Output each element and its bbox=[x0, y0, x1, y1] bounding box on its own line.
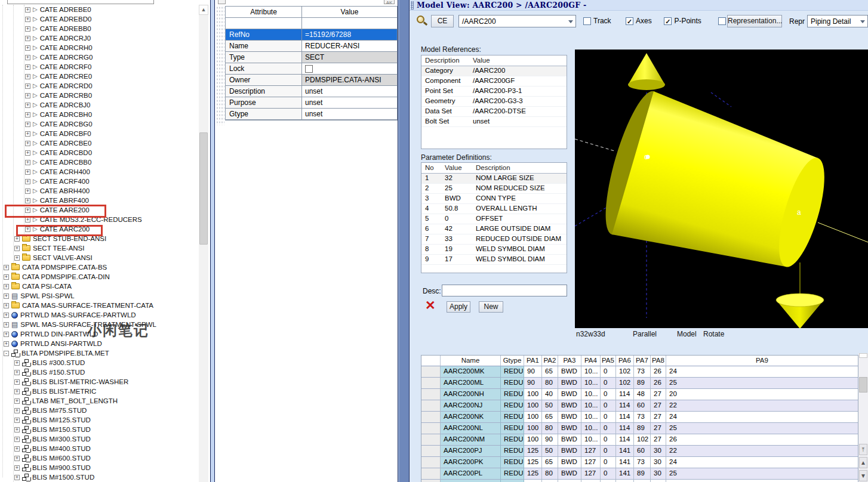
tree-item[interactable]: + ▷ CATE ACRF400 bbox=[0, 177, 197, 186]
expand-toggle[interactable]: + bbox=[25, 93, 30, 98]
tree-item[interactable]: + BLIS BLIST-METRIC-WASHER bbox=[0, 377, 197, 387]
grid-row[interactable]: AARC200PMREDU12590BWD12701411023026 bbox=[421, 480, 858, 482]
grid-column-header[interactable]: PA2 bbox=[542, 356, 558, 366]
grid-column-header[interactable]: PA4 bbox=[581, 356, 601, 366]
tree-item[interactable]: + BLIS #150.STUD bbox=[0, 367, 197, 377]
expand-toggle[interactable]: + bbox=[14, 437, 20, 442]
expand-toggle[interactable]: + bbox=[4, 341, 9, 347]
attribute-row[interactable]: Purpose unset bbox=[226, 97, 397, 109]
tree-item[interactable]: + ▷ CATE ADRCBJ0 bbox=[0, 100, 197, 110]
element-combo[interactable]: /AARC200 bbox=[458, 15, 576, 27]
new-button[interactable]: New bbox=[479, 301, 503, 313]
expand-toggle[interactable]: + bbox=[25, 122, 30, 127]
expand-toggle[interactable]: + bbox=[4, 303, 9, 308]
tree-item[interactable]: + PRTWLD MAS-SURFACE-PARTWLD bbox=[0, 310, 197, 320]
attribute-row[interactable]: Gtype unset bbox=[226, 109, 397, 120]
table-row[interactable]: 4 50.8 OVERALL LENGTH bbox=[421, 204, 567, 214]
grid-row[interactable]: AARC200PKREDU12565BWD1270141733024 bbox=[421, 457, 858, 468]
expand-toggle[interactable]: + bbox=[25, 55, 30, 60]
expand-toggle[interactable]: + bbox=[4, 284, 9, 289]
tree-item[interactable]: + BLIS M#400.STUD bbox=[0, 444, 197, 453]
column-header[interactable]: Description bbox=[472, 163, 567, 173]
table-row[interactable]: 7 33 REDUCED OUTSIDE DIAM bbox=[421, 234, 567, 245]
find-element-icon[interactable] bbox=[417, 16, 424, 23]
expand-toggle[interactable]: + bbox=[14, 379, 20, 385]
grid-row[interactable]: AARC200PLREDU12580BWD1270141893025 bbox=[421, 468, 858, 480]
expand-toggle[interactable]: + bbox=[14, 475, 20, 480]
expand-toggle[interactable]: + bbox=[25, 26, 30, 32]
column-header[interactable]: Description bbox=[421, 55, 469, 66]
table-row[interactable]: 3 BWD CONN TYPE bbox=[421, 194, 567, 204]
grid-column-header[interactable] bbox=[421, 356, 441, 366]
expand-toggle[interactable]: + bbox=[25, 112, 30, 118]
tree-item[interactable]: + LTAB MET_BOLT_LENGTH bbox=[0, 396, 197, 406]
expand-toggle[interactable]: + bbox=[25, 7, 30, 13]
expand-toggle[interactable]: + bbox=[25, 17, 30, 22]
attribute-value[interactable]: unset bbox=[302, 109, 397, 120]
panel-splitter[interactable] bbox=[398, 0, 410, 482]
expand-toggle[interactable]: + bbox=[14, 446, 20, 452]
table-row[interactable]: 6 42 LARGE OUTSIDE DIAM bbox=[421, 224, 567, 234]
expand-toggle[interactable]: + bbox=[14, 418, 20, 423]
expand-toggle[interactable]: + bbox=[14, 236, 20, 242]
grid-column-header[interactable]: PA5 bbox=[601, 356, 616, 366]
expand-toggle[interactable]: + bbox=[25, 103, 30, 108]
tree-item[interactable]: + ▷ CATE ACRH400 bbox=[0, 167, 197, 177]
table-row[interactable]: Component /AARC200GF bbox=[421, 76, 567, 86]
expand-toggle[interactable]: + bbox=[25, 74, 30, 79]
scrollbar-thumb[interactable] bbox=[199, 132, 208, 245]
tree-item[interactable]: + BLIS M#75.STUD bbox=[0, 406, 197, 415]
table-row[interactable]: 8 19 WELD SYMBOL DIAM bbox=[421, 245, 567, 255]
scroll-up-button[interactable]: ▲ bbox=[859, 457, 867, 468]
grid-column-header[interactable]: PA3 bbox=[558, 356, 581, 366]
tree-item[interactable]: + ▷ CATE ADRCRJ0 bbox=[0, 33, 197, 43]
expand-toggle[interactable]: + bbox=[14, 360, 20, 366]
grid-column-header[interactable]: PA7 bbox=[634, 356, 651, 366]
expand-toggle[interactable]: + bbox=[25, 45, 30, 51]
ce-button[interactable]: CE bbox=[431, 15, 454, 27]
value-column-header[interactable]: Value bbox=[302, 7, 397, 18]
tree-item[interactable]: + BLIS M#300.STUD bbox=[0, 434, 197, 444]
table-row[interactable]: 5 0 OFFSET bbox=[421, 214, 567, 224]
titlebar-grip-icon[interactable] bbox=[411, 1, 414, 10]
grid-row[interactable]: AARC200NMREDU10090BWD10...01141022726 bbox=[421, 434, 858, 446]
table-row[interactable]: 9 17 WELD SYMBOL DIAM bbox=[421, 255, 567, 265]
tree-item[interactable]: + ▤ SPWL PSI-SPWL bbox=[0, 291, 197, 301]
attribute-row[interactable]: Lock bbox=[226, 63, 397, 75]
tree-item[interactable]: + ▷ CATE ADRCBH0 bbox=[0, 110, 197, 119]
expand-toggle[interactable]: + bbox=[14, 389, 20, 394]
tree-item[interactable]: + ▷ CATE ADRCRB0 bbox=[0, 91, 197, 100]
column-header[interactable]: Value bbox=[441, 163, 472, 173]
expand-toggle[interactable]: + bbox=[14, 427, 20, 432]
attribute-value[interactable]: unset bbox=[302, 97, 397, 109]
expand-toggle[interactable]: + bbox=[4, 332, 9, 337]
tree-item[interactable]: - BLTA PDMSPIPE.BLTA.MET bbox=[0, 348, 197, 358]
expand-toggle[interactable]: + bbox=[14, 255, 20, 261]
attribute-column-header[interactable]: Attribute bbox=[226, 7, 302, 18]
mouse-action[interactable]: Rotate bbox=[703, 330, 724, 338]
grid-row[interactable]: AARC200MKREDU9065BWD10...0102732624 bbox=[421, 366, 858, 378]
grid-row[interactable]: AARC200NHREDU10040BWD10...0114482720 bbox=[421, 389, 858, 400]
attribute-row[interactable]: Description unset bbox=[226, 86, 397, 97]
expand-toggle[interactable]: + bbox=[14, 408, 20, 413]
attribute-value[interactable]: REDUCER-ANSI bbox=[302, 41, 397, 52]
apply-button[interactable]: Apply bbox=[447, 301, 470, 313]
attribute-value[interactable]: unset bbox=[302, 86, 397, 97]
scroll-up-button[interactable]: ▲ bbox=[199, 5, 208, 15]
tree-item[interactable]: + ▷ CATE ADRCBE0 bbox=[0, 138, 197, 148]
column-header[interactable]: Value bbox=[469, 55, 567, 66]
grid-column-header[interactable]: PA6 bbox=[616, 356, 634, 366]
table-row[interactable]: 1 32 NOM LARGE SIZE bbox=[421, 174, 567, 184]
tree-item[interactable]: + CATA PDMSPIPE.CATA-DIN bbox=[0, 272, 197, 282]
grid-scrollbar[interactable]: ⤒ ▲ ▼ bbox=[858, 353, 868, 482]
grid-column-header[interactable]: PA1 bbox=[524, 356, 542, 366]
tree-item[interactable]: + BLIS M#1500.STUD bbox=[0, 472, 197, 482]
tree-item[interactable]: + ▷ CATE ADREBB0 bbox=[0, 24, 197, 33]
attribute-row[interactable]: Name REDUCER-ANSI bbox=[226, 41, 397, 52]
tree-item[interactable]: + ▷ CATE ADRCBD0 bbox=[0, 148, 197, 157]
attribute-row[interactable]: Owner PDMSPIPE.CATA-ANSI bbox=[226, 75, 397, 86]
3d-viewport[interactable]: o a bbox=[575, 50, 868, 328]
representation-button[interactable]: Representation... bbox=[727, 15, 782, 27]
scroll-down-button[interactable]: ▼ bbox=[859, 470, 867, 481]
checkbox[interactable]: ✓ bbox=[626, 17, 633, 25]
